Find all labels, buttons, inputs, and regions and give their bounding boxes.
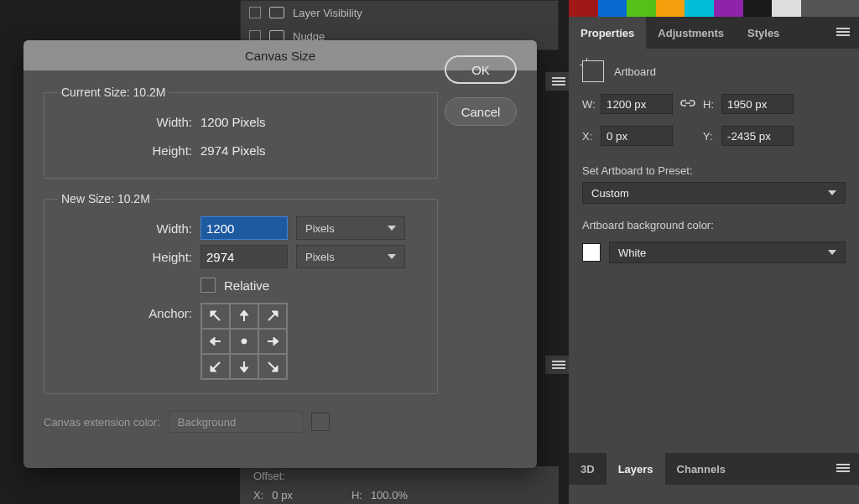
current-width-value: 1200 Pixels xyxy=(200,115,266,129)
svg-marker-26 xyxy=(240,367,248,372)
new-size-group: New Size: 10.2M Width: Pixels Height: Pi… xyxy=(44,192,438,394)
extension-color-label: Canvas extension color: xyxy=(44,416,160,429)
current-height-value: 2974 Pixels xyxy=(200,143,266,158)
chevron-down-icon xyxy=(828,250,836,255)
artboard-width-input[interactable] xyxy=(601,94,673,114)
width-unit-select[interactable]: Pixels xyxy=(296,216,405,240)
tab-adjustments[interactable]: Adjustments xyxy=(646,17,736,49)
artboard-title: Artboard xyxy=(614,65,656,78)
panel-menu-icon[interactable] xyxy=(836,463,851,475)
history-item-label: Layer Visibility xyxy=(293,7,362,19)
bgcolor-label: Artboard background color: xyxy=(569,214,859,236)
panel-menu-icon[interactable] xyxy=(836,27,851,39)
tab-3d[interactable]: 3D xyxy=(569,453,607,485)
width-label: W: xyxy=(582,98,601,111)
canvas-size-dialog: Canvas Size OK Cancel Current Size: 10.2… xyxy=(23,40,537,468)
extension-color-swatch[interactable] xyxy=(311,413,330,431)
artboard-height-input[interactable] xyxy=(721,94,794,114)
relative-label: Relative xyxy=(224,278,269,293)
tab-channels[interactable]: Channels xyxy=(665,453,738,485)
height-label: H: xyxy=(703,98,721,111)
artboard-icon xyxy=(582,60,604,82)
link-wh-icon[interactable] xyxy=(673,97,703,112)
artboard-bgcolor-select[interactable]: White xyxy=(609,242,846,263)
y-label: Y: xyxy=(703,130,721,143)
svg-marker-19 xyxy=(210,337,215,346)
swatches-strip xyxy=(569,0,859,17)
tab-styles[interactable]: Styles xyxy=(736,17,791,49)
anchor-n[interactable] xyxy=(230,304,258,329)
height-unit-select[interactable]: Pixels xyxy=(296,245,405,268)
new-size-legend: New Size: 10.2M xyxy=(58,192,154,205)
new-height-input[interactable] xyxy=(200,245,288,268)
properties-panel: Properties Adjustments Styles Artboard W… xyxy=(569,0,859,504)
svg-marker-22 xyxy=(273,337,279,346)
anchor-se[interactable] xyxy=(258,354,287,379)
anchor-sw[interactable] xyxy=(201,354,230,379)
relative-checkbox[interactable] xyxy=(200,278,216,293)
anchor-ne[interactable] xyxy=(258,304,287,329)
extension-color-select[interactable]: Background xyxy=(169,411,303,433)
anchor-e[interactable] xyxy=(258,329,287,354)
svg-marker-15 xyxy=(240,310,248,315)
artboard-bgcolor-swatch[interactable] xyxy=(582,243,601,262)
anchor-c[interactable] xyxy=(230,329,258,354)
character-panel-peek: Offset: X:0 px H:100.0% xyxy=(240,466,559,504)
anchor-nw[interactable] xyxy=(201,304,230,329)
tab-properties[interactable]: Properties xyxy=(569,17,646,49)
current-size-group: Current Size: 10.2M Width:1200 Pixels He… xyxy=(44,86,438,179)
preset-label: Set Artboard to Preset: xyxy=(569,159,859,182)
new-width-input[interactable] xyxy=(200,216,288,240)
offset-label: Offset: xyxy=(253,470,285,482)
artboard-y-input[interactable] xyxy=(721,126,794,146)
panel-tabs: Properties Adjustments Styles xyxy=(569,17,859,49)
artboard-preset-select[interactable]: Custom xyxy=(582,182,846,204)
chevron-down-icon xyxy=(388,254,396,259)
chevron-down-icon xyxy=(388,226,396,231)
x-label: X: xyxy=(582,130,601,143)
chevron-down-icon xyxy=(828,190,836,195)
artboard-x-input[interactable] xyxy=(601,126,673,146)
anchor-s[interactable] xyxy=(230,354,258,379)
svg-point-20 xyxy=(242,339,247,344)
current-size-legend: Current Size: 10.2M xyxy=(58,86,169,99)
anchor-grid xyxy=(200,303,288,380)
anchor-w[interactable] xyxy=(201,329,230,354)
tab-layers[interactable]: Layers xyxy=(607,453,665,485)
